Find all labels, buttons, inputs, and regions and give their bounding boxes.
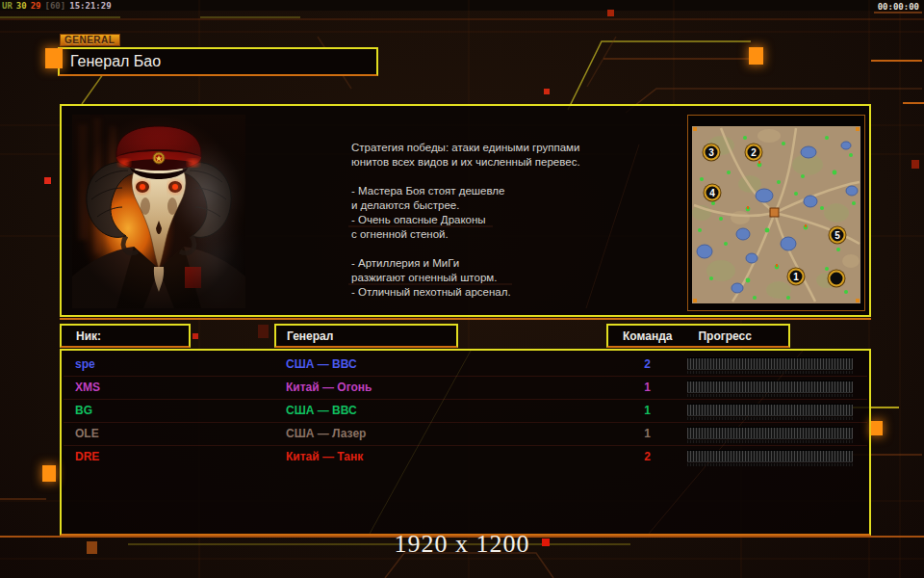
progress-header-label: Прогресс [698, 329, 751, 343]
player-team: 1 [635, 381, 651, 394]
player-progress-bar [687, 427, 853, 439]
description-line: - Артиллерия и МиГи [351, 256, 650, 271]
debug-part: 30 [16, 1, 27, 11]
description-line: разжигают огненный шторм. [351, 271, 650, 285]
general-name-box: Генерал Бао [58, 47, 378, 76]
description-line: - Очень опасные Драконы [351, 213, 650, 227]
minimap: 32451 [687, 115, 865, 311]
debug-part: [60] [45, 1, 66, 11]
player-nick: spe [75, 357, 95, 371]
player-team: 2 [635, 357, 651, 371]
debug-part: 15:21:29 [69, 1, 111, 11]
debug-readout: UR3029[60]15:21:29 [2, 1, 116, 11]
player-general: США — Лазер [286, 427, 366, 440]
deco-square [911, 160, 919, 169]
player-general: США — ВВС [286, 357, 357, 371]
description-line: юнитов всех видов и их численный перевес… [351, 155, 650, 170]
general-name: Генерал Бао [70, 53, 161, 70]
deco-square [42, 465, 56, 482]
resolution-label: 1920 x 1200 [0, 530, 924, 559]
column-header-nick: Ник: [60, 324, 191, 348]
player-progress-bar [687, 381, 853, 393]
map-start-position: 4 [705, 185, 721, 201]
player-team: 1 [635, 427, 651, 440]
general-portrait [72, 115, 245, 308]
map-start-position: 1 [788, 269, 805, 285]
team-header-label: Команда [623, 329, 672, 343]
debug-part: 29 [31, 1, 41, 11]
deco-square [749, 47, 763, 65]
deco-square [87, 541, 97, 554]
map-start-position [829, 271, 845, 287]
loading-screen: UR3029[60]15:21:29 00:00:00 GENERAL Гене… [0, 0, 924, 578]
player-row: DRE Китай — Танк 2 [62, 446, 869, 469]
description-line: с огненной стеной. [351, 227, 650, 242]
player-row: OLE США — Лазер 1 [62, 423, 869, 446]
session-timer: 00:00:00 [878, 2, 919, 12]
deco-square [607, 10, 614, 16]
debug-part: UR [2, 1, 13, 11]
player-progress-bar [687, 404, 853, 416]
player-list: spe США — ВВС 2 XMS Китай — Огонь 1 BG С… [60, 349, 871, 536]
description-line: Стратегия победы: атаки едиными группами [351, 141, 650, 155]
player-nick: OLE [75, 427, 99, 440]
player-general: Китай — Огонь [286, 381, 372, 394]
map-start-position: 3 [704, 144, 720, 161]
player-team: 1 [635, 404, 651, 417]
info-panel: Стратегия победы: атаки едиными группами… [60, 104, 871, 317]
deco-square [542, 539, 550, 546]
nick-header-label: Ник: [76, 329, 101, 343]
general-tab-label: GENERAL [60, 34, 120, 46]
player-nick: DRE [75, 450, 99, 463]
player-progress-bar [687, 357, 853, 370]
minimap-image: 32451 [692, 126, 860, 303]
player-general: США — ВВС [286, 404, 357, 417]
description-line: - Мастера Боя стоят дешевле [351, 184, 650, 198]
player-row: spe США — ВВС 2 [62, 354, 869, 377]
player-nick: BG [75, 404, 92, 417]
description-line: - Отличный пехотный арсенал. [351, 285, 650, 300]
deco-square [45, 48, 63, 68]
description-line [351, 170, 650, 184]
general-header-label: Генерал [287, 329, 333, 343]
deco-square [871, 421, 883, 435]
deco-square [44, 177, 51, 184]
player-row: BG США — ВВС 1 [62, 400, 869, 423]
deco-square [258, 325, 269, 338]
player-team: 2 [635, 450, 651, 463]
top-bar [0, 0, 924, 11]
player-progress-bar [687, 450, 853, 462]
player-general: Китай — Танк [286, 450, 363, 463]
description-line [351, 242, 650, 256]
description-line: и делаются быстрее. [351, 198, 650, 213]
deco-square [544, 89, 550, 94]
column-header-general: Генерал [274, 324, 458, 348]
deco-square [192, 333, 198, 339]
map-start-position: 5 [830, 227, 846, 244]
strategy-description: Стратегия победы: атаки едиными группами… [351, 141, 650, 300]
column-header-team-progress: Команда Прогресс [606, 324, 790, 348]
player-row: XMS Китай — Огонь 1 [62, 377, 869, 400]
player-nick: XMS [75, 381, 100, 394]
map-start-position: 2 [746, 144, 762, 161]
